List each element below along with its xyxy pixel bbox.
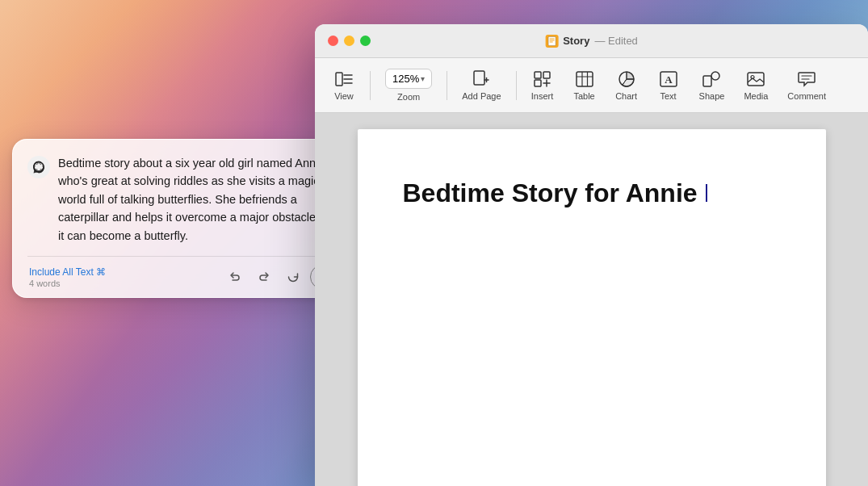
table-label: Table	[573, 91, 594, 101]
svg-point-0	[27, 156, 50, 178]
shape-icon	[702, 70, 720, 88]
maximize-button[interactable]	[360, 36, 371, 46]
pages-app-icon	[545, 35, 558, 48]
chat-content: Bedtime story about a six year old girl …	[27, 154, 336, 256]
document-title: Bedtime Story for Annie	[403, 178, 778, 208]
toolbar: View 125% ▾ Zoom Add Page	[315, 58, 868, 113]
add-page-icon	[472, 70, 490, 88]
toolbar-chart[interactable]: Chart	[607, 65, 646, 106]
svg-point-30	[711, 72, 719, 80]
text-label: Text	[660, 91, 676, 101]
toolbar-insert[interactable]: Insert	[523, 65, 562, 106]
insert-label: Insert	[531, 91, 554, 101]
shape-label: Shape	[699, 91, 725, 101]
pages-window: Story — Edited View 125% ▾ Zo	[315, 24, 868, 486]
minimize-button[interactable]	[344, 36, 354, 46]
window-title: Story — Edited	[545, 35, 638, 48]
svg-rect-16	[535, 80, 541, 86]
zoom-arrow: ▾	[421, 74, 425, 83]
toolbar-comment[interactable]: Comment	[779, 65, 834, 106]
text-icon: A	[660, 70, 677, 88]
svg-rect-31	[748, 73, 764, 86]
toolbar-text[interactable]: A Text	[649, 65, 688, 106]
insert-icon	[534, 70, 551, 88]
comment-icon	[798, 70, 816, 88]
media-label: Media	[744, 91, 768, 101]
zoom-label: Zoom	[397, 92, 420, 102]
chat-prompt-text: Bedtime story about a six year old girl …	[58, 154, 336, 245]
svg-text:A: A	[665, 73, 673, 86]
include-all-text-label[interactable]: Include All Text ⌘	[29, 266, 106, 278]
media-icon	[747, 70, 765, 88]
svg-rect-15	[543, 72, 550, 78]
traffic-lights	[328, 36, 371, 46]
toolbar-add-page[interactable]: Add Page	[454, 65, 509, 106]
text-cursor	[706, 184, 707, 202]
zoom-value: 125%	[392, 73, 419, 85]
edited-badge: — Edited	[594, 35, 637, 47]
view-icon	[335, 70, 353, 88]
titlebar: Story — Edited	[315, 24, 868, 58]
toolbar-media[interactable]: Media	[736, 65, 776, 106]
close-button[interactable]	[328, 36, 338, 46]
window-title-text: Story	[563, 35, 589, 47]
toolbar-divider-1	[370, 71, 371, 100]
document-area: Bedtime Story for Annie	[315, 113, 868, 486]
svg-rect-7	[336, 73, 342, 86]
toolbar-zoom[interactable]: 125% ▾ Zoom	[377, 64, 440, 107]
toolbar-table[interactable]: Table	[565, 65, 604, 106]
refresh-button[interactable]	[281, 265, 305, 289]
zoom-control[interactable]: 125% ▾	[385, 69, 432, 89]
chart-icon	[618, 70, 635, 88]
svg-rect-3	[548, 36, 556, 45]
add-page-label: Add Page	[462, 91, 501, 101]
view-label: View	[334, 91, 354, 101]
openai-icon	[27, 156, 50, 178]
toolbar-view[interactable]: View	[325, 65, 363, 106]
undo-button[interactable]	[223, 265, 247, 289]
document-page: Bedtime Story for Annie	[358, 129, 826, 486]
word-count-label: 4 words	[29, 279, 106, 288]
svg-rect-19	[577, 72, 593, 86]
footer-left: Include All Text ⌘ 4 words	[29, 266, 106, 288]
svg-rect-11	[474, 71, 484, 85]
chat-footer: Include All Text ⌘ 4 words	[27, 256, 336, 297]
toolbar-divider-3	[516, 71, 517, 100]
chat-panel: Bedtime story about a six year old girl …	[12, 139, 351, 298]
toolbar-divider-2	[447, 71, 447, 100]
toolbar-shape[interactable]: Shape	[691, 65, 733, 106]
svg-rect-14	[535, 72, 541, 78]
table-icon	[576, 70, 593, 88]
chart-label: Chart	[615, 91, 637, 101]
redo-button[interactable]	[252, 265, 276, 289]
comment-label: Comment	[787, 91, 826, 101]
svg-rect-29	[703, 76, 711, 86]
